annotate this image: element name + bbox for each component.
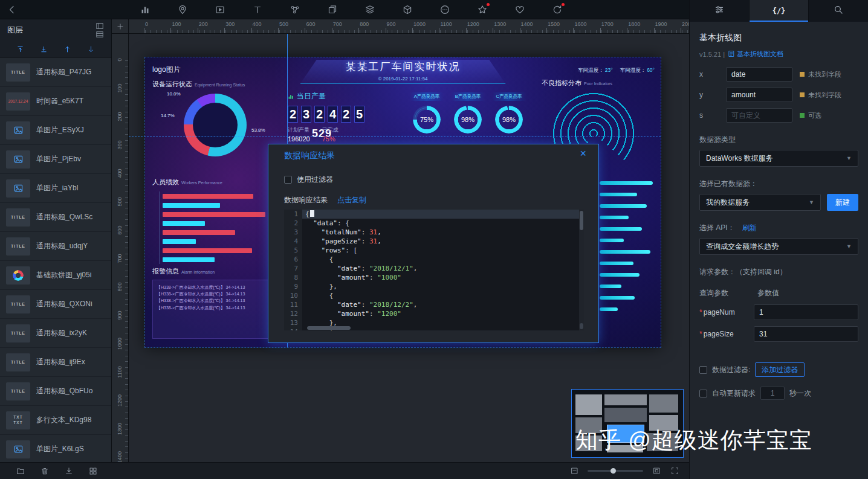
collapse-icon[interactable]: [569, 466, 579, 476]
download-icon[interactable]: [64, 466, 74, 476]
history-icon[interactable]: [552, 5, 562, 14]
tab-interaction[interactable]: [809, 0, 868, 22]
layer-item[interactable]: TITLE通用标题_ix2yK: [0, 319, 111, 347]
relation-icon[interactable]: [290, 5, 300, 14]
indicator-bar-row: [600, 246, 658, 257]
datasource-select[interactable]: 我的数据服务▼: [699, 194, 821, 211]
fullscreen-icon[interactable]: [670, 466, 679, 476]
source-type-select[interactable]: DataWorks 数据服务▼: [699, 150, 858, 167]
h-ruler-tick: 1900: [655, 21, 667, 27]
delete-icon[interactable]: [40, 466, 50, 476]
move-down-icon[interactable]: [87, 45, 95, 53]
move-bottom-icon[interactable]: [40, 45, 48, 53]
product-gauge: A产品良品率75%: [410, 92, 444, 133]
layout-icon[interactable]: [88, 466, 98, 476]
s-field-input[interactable]: [726, 108, 792, 123]
model-icon[interactable]: [403, 5, 412, 14]
layer-item[interactable]: TXTTXT多行文本_KDg98: [0, 406, 111, 434]
data-filter-checkbox[interactable]: [699, 366, 707, 374]
code-braces-icon: {/}: [772, 7, 786, 15]
h-ruler-tick: 300: [225, 21, 235, 27]
text-icon[interactable]: [253, 5, 262, 14]
layer-item[interactable]: 单图片_K6LgS: [0, 435, 111, 462]
layer-item[interactable]: TITLE通用标题_QbFUo: [0, 377, 111, 405]
product-yield-gauges: A产品良品率75%B产品良品率98%C产品良品率98%: [410, 92, 526, 133]
v-ruler-tick: 600: [117, 223, 123, 237]
data-filter-label: 数据过滤器:: [712, 365, 750, 375]
doc-link[interactable]: 基本折线图文档: [728, 50, 783, 59]
auto-update-checkbox[interactable]: [699, 390, 707, 397]
panel-left-icon[interactable]: [96, 22, 104, 30]
h-ruler-tick: 0: [145, 21, 148, 27]
title-thumb: TITLE: [6, 208, 30, 227]
code-line: 7 "date": "2018/12/1",: [284, 264, 584, 273]
v-ruler-tick: 200: [117, 109, 123, 124]
h-ruler-tick: 1600: [574, 21, 586, 27]
layer-item[interactable]: TITLE通用标题_P47JG: [0, 58, 111, 86]
auto-update-interval-input[interactable]: [760, 387, 785, 400]
vertical-ruler[interactable]: 0100200300400500600700800900100011001200…: [112, 34, 129, 462]
layer-item[interactable]: 单图片_ESyXJ: [0, 116, 111, 144]
indicator-bar-row: [600, 177, 658, 188]
layer-item[interactable]: TITLE通用标题_ij9Ex: [0, 348, 111, 376]
close-icon[interactable]: ×: [580, 148, 586, 159]
x-field-input[interactable]: [726, 67, 792, 82]
zoom-slider-handle[interactable]: [611, 468, 616, 474]
panel-list-icon[interactable]: [96, 30, 104, 39]
watermark: 知乎 @超级迷你芊宝宝: [575, 425, 812, 455]
performance-bar-chart: [152, 191, 265, 264]
status-dot: [800, 92, 805, 97]
tab-config[interactable]: [690, 0, 750, 22]
ruler-origin-icon[interactable]: [112, 19, 129, 34]
layer-item[interactable]: 单图片_PjEbv: [0, 145, 111, 173]
source-type-label: 数据源类型: [699, 135, 858, 145]
chart-icon[interactable]: [140, 5, 150, 14]
copy-link[interactable]: 点击复制: [337, 195, 366, 205]
layers-icon[interactable]: [365, 5, 375, 14]
perf-bar-row: [152, 237, 265, 246]
move-top-icon[interactable]: [16, 45, 24, 53]
copy-icon[interactable]: [328, 5, 337, 14]
digit-box: 2: [288, 106, 298, 123]
folder-icon[interactable]: [16, 466, 25, 476]
pageNum-input[interactable]: [754, 304, 858, 320]
api-select[interactable]: 查询成交金额增长趋势▼: [699, 238, 858, 255]
h-ruler-tick: 1000: [413, 21, 426, 27]
code-horizontal-scrollbar[interactable]: [307, 326, 351, 330]
layer-item[interactable]: 单图片_iaYbl: [0, 174, 111, 202]
media-icon[interactable]: [215, 5, 225, 14]
layer-item[interactable]: 基础款饼图_yj05i: [0, 261, 111, 289]
add-filter-button[interactable]: 添加过滤器: [755, 362, 805, 377]
layer-item[interactable]: TITLE通用标题_QwLSc: [0, 203, 111, 231]
move-up-icon[interactable]: [63, 45, 71, 53]
json-code-editor[interactable]: 1{2 "data": {3 "totalNum": 31,4 "pageSiz…: [284, 210, 584, 330]
back-icon[interactable]: [0, 5, 24, 14]
layer-item-label: 时间器_e5K7T: [36, 96, 83, 106]
h-ruler-tick: 700: [333, 21, 342, 27]
location-icon[interactable]: [178, 5, 187, 14]
collect-icon[interactable]: [515, 5, 525, 14]
more-icon[interactable]: [440, 5, 450, 14]
layer-item[interactable]: TITLE通用标题_udqjY: [0, 232, 111, 260]
alarm-line: 【H338->广西冷却水入水温度(℃)】 34->14.13: [157, 291, 277, 297]
field-mapping-row: x未找到字段: [699, 67, 858, 82]
refresh-link[interactable]: 刷新: [742, 223, 757, 233]
layer-item[interactable]: TITLE通用标题_QXONi: [0, 290, 111, 318]
horizontal-guide-line[interactable]: [129, 136, 661, 137]
zoom-slider[interactable]: [588, 470, 643, 472]
daily-output-section: 当日产量 232425 计划产量196020 已完成75%: [288, 91, 364, 143]
y-field-input[interactable]: [726, 88, 792, 102]
create-datasource-button[interactable]: 新建: [827, 194, 858, 211]
pageSize-input[interactable]: [754, 326, 858, 342]
use-filter-checkbox[interactable]: [284, 176, 292, 184]
favorite-icon[interactable]: [478, 5, 487, 14]
tab-data[interactable]: {/}: [750, 0, 809, 22]
code-line: 11 "date": "2018/12/2",: [284, 300, 584, 309]
field-mapping-row: y未找到字段: [699, 88, 858, 102]
horizontal-ruler[interactable]: 0100200300400500600700800900100011001200…: [129, 19, 689, 34]
fit-canvas-icon[interactable]: [652, 466, 661, 476]
code-vertical-scrollbar[interactable]: [579, 210, 584, 330]
v-ruler-tick: 1200: [117, 393, 123, 408]
layer-item[interactable]: 2017.12.24时间器_e5K7T: [0, 87, 111, 115]
code-line: 3 "totalNum": 31,: [284, 228, 584, 237]
